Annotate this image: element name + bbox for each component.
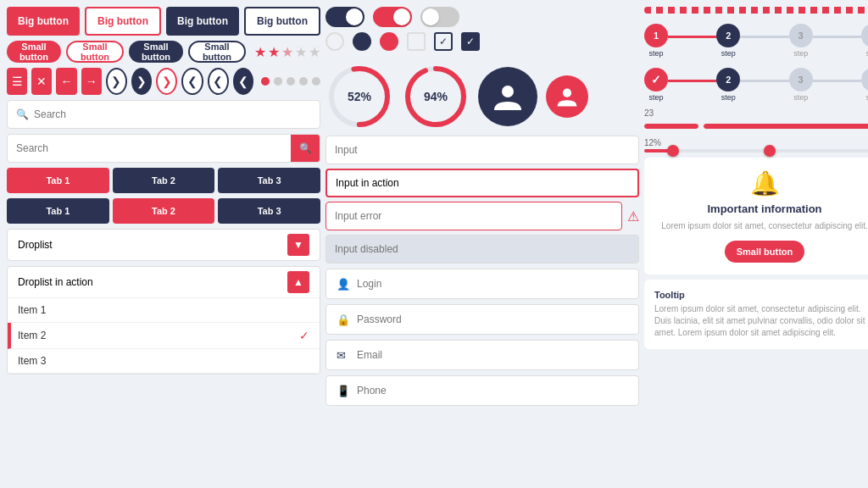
list-item[interactable]: Item 1	[8, 298, 320, 323]
star-rating[interactable]: ★ ★ ★ ★ ★	[254, 44, 320, 60]
email-field: ✉	[326, 340, 639, 370]
tab-1-row2[interactable]: Tab 1	[7, 198, 109, 224]
card-button[interactable]: Small button	[725, 241, 805, 263]
list-item[interactable]: Item 3	[8, 349, 320, 374]
tab-2-row2[interactable]: Tab 2	[113, 198, 215, 224]
input-active[interactable]	[326, 169, 639, 197]
step-b2-circle: 2	[716, 68, 740, 92]
dot-3[interactable]	[287, 77, 295, 86]
tab-2-row1[interactable]: Tab 2	[113, 168, 215, 193]
arrow-right-icon-btn[interactable]: →	[81, 68, 102, 95]
droplist-header[interactable]: Droplist ▼	[8, 230, 320, 260]
arrow-left-icon-btn[interactable]: ←	[56, 68, 76, 95]
dots-nav[interactable]	[261, 77, 320, 86]
progress-fill-2	[704, 124, 868, 129]
login-input[interactable]	[357, 278, 628, 290]
progress-track-1	[644, 124, 698, 129]
tooltip-text: Lorem ipsum dolor sit amet, consectetur …	[654, 303, 868, 339]
input-normal[interactable]	[326, 136, 639, 164]
avatar-dark	[478, 67, 537, 126]
droplist-arrow[interactable]: ▼	[287, 234, 309, 256]
chevron-right-dark-btn[interactable]: ❯	[131, 68, 152, 95]
radio-filled-red[interactable]	[380, 32, 398, 51]
dot-5[interactable]	[312, 77, 320, 86]
step-check-circle: ✓	[644, 68, 668, 92]
progress-track-2	[704, 124, 868, 129]
radio-empty[interactable]	[326, 32, 344, 51]
password-field: 🔒	[326, 304, 639, 335]
checkbox-outline[interactable]: ✓	[434, 32, 453, 51]
slider-1: 12% 52%	[644, 138, 868, 152]
toggle-on-red[interactable]	[373, 7, 412, 27]
list-item[interactable]: Item 2 ✓	[8, 323, 320, 349]
droplist-active-arrow[interactable]: ▲	[287, 271, 309, 293]
big-button-outline-dark[interactable]: Big button	[244, 7, 320, 36]
toggle-knob-1	[346, 8, 363, 25]
radio-filled-dark[interactable]	[353, 32, 371, 51]
step-4-circle: 4	[861, 24, 868, 47]
step-1-circle: 1	[644, 24, 668, 47]
login-person-icon: 👤	[337, 278, 350, 291]
chevron-left-dark2-btn[interactable]: ❮	[208, 68, 229, 95]
circle-52-label: 52%	[348, 90, 371, 103]
input-disabled	[326, 235, 639, 263]
tab-3-row2[interactable]: Tab 3	[218, 198, 320, 224]
star-5: ★	[309, 44, 320, 60]
step-b3-label: step	[793, 93, 808, 102]
lock-icon: 🔒	[337, 313, 350, 326]
dot-2[interactable]	[274, 77, 282, 86]
step-1-label: step	[648, 49, 663, 58]
dot-4[interactable]	[299, 77, 308, 86]
search-input-2[interactable]	[8, 142, 291, 154]
item-2-label: Item 2	[18, 330, 46, 341]
toggle-knob-2	[393, 8, 410, 25]
tooltip-card: Tooltip Lorem ipsum dolor sit amet, cons…	[644, 280, 868, 349]
dot-1[interactable]	[261, 77, 270, 86]
big-button-outline-red[interactable]: Big button	[85, 7, 161, 36]
tab-1-row1[interactable]: Tab 1	[7, 168, 109, 193]
password-input[interactable]	[357, 313, 628, 325]
star-3: ★	[281, 44, 293, 60]
search-button-2[interactable]: 🔍	[291, 134, 320, 163]
item-3-label: Item 3	[18, 355, 46, 367]
chevron-right-red-btn[interactable]: ❯	[156, 68, 177, 95]
checkbox-filled[interactable]: ✓	[461, 32, 480, 51]
slider-thumb-2[interactable]	[764, 145, 776, 157]
phone-icon: 📱	[337, 385, 350, 397]
star-4: ★	[295, 44, 307, 60]
bell-icon: 🔔	[750, 169, 780, 197]
radios-row: ✓ ✓	[326, 32, 639, 51]
error-icon: ⚠	[627, 208, 639, 225]
svg-point-4	[502, 86, 514, 97]
chevron-right-outline-btn[interactable]: ❯	[106, 68, 127, 95]
droplist-label: Droplist	[18, 239, 53, 251]
chevron-left-outline-btn[interactable]: ❮	[181, 68, 203, 95]
checkbox-empty[interactable]	[407, 32, 426, 51]
slider-track[interactable]	[644, 149, 868, 152]
small-button-outline-red[interactable]: Small button	[66, 41, 124, 63]
search-icon-1: 🔍	[16, 108, 29, 120]
small-button-red[interactable]: Small button	[7, 41, 61, 63]
input-error-row: ⚠	[326, 202, 639, 230]
big-button-red[interactable]: Big button	[7, 7, 80, 36]
small-button-dark[interactable]: Small button	[129, 41, 183, 63]
big-button-dark[interactable]: Big button	[166, 7, 239, 36]
tabs-row-1: Tab 1 Tab 2 Tab 3	[7, 168, 320, 193]
menu-icon-btn[interactable]: ☰	[7, 68, 27, 95]
phone-input[interactable]	[357, 385, 628, 396]
close-icon-btn[interactable]: ✕	[31, 68, 52, 95]
steps-section-1: 1 step 2 step 3 step	[644, 20, 868, 61]
chevron-left-dark-btn[interactable]: ❮	[233, 68, 253, 95]
toggle-on-dark[interactable]	[326, 7, 364, 27]
email-input[interactable]	[357, 349, 628, 361]
progress-circle-94: 94%	[402, 63, 470, 130]
toggle-off[interactable]	[420, 7, 459, 27]
circles-row: 52% 94%	[326, 63, 639, 130]
search-input-1[interactable]	[34, 108, 311, 120]
slider-thumb-1[interactable]	[667, 145, 679, 157]
input-error[interactable]	[326, 202, 622, 230]
small-button-outline-dark[interactable]: Small button	[188, 41, 246, 63]
droplist-active-header[interactable]: Droplist in action ▲	[8, 267, 320, 297]
tab-3-row1[interactable]: Tab 3	[218, 168, 320, 193]
steps-section-2: ✓ step 2 step 3 step	[644, 66, 868, 103]
